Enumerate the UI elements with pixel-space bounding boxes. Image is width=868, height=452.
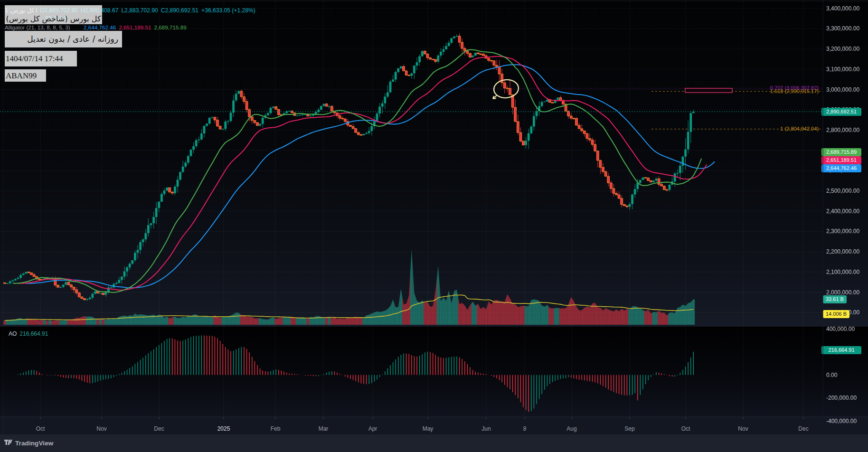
ao-layer <box>5 335 693 412</box>
note-watermark: ABAN99 <box>5 69 46 82</box>
alligator-lines-layer <box>13 50 715 292</box>
chart-canvas[interactable] <box>0 0 868 452</box>
candles-layer <box>4 33 695 301</box>
drawing-price-range-box[interactable] <box>685 88 732 93</box>
note-datetime: 1404/07/14 17:44 <box>5 51 77 66</box>
pane-borders <box>0 0 868 434</box>
note-timeframe: روزانه / عادی / بدون تعدیل <box>5 31 122 47</box>
note-symbol-name: کل بورس (شاخص کل بورس) <box>5 5 102 24</box>
volume-layer <box>3 249 695 325</box>
fib-lines-layer[interactable] <box>447 88 823 129</box>
